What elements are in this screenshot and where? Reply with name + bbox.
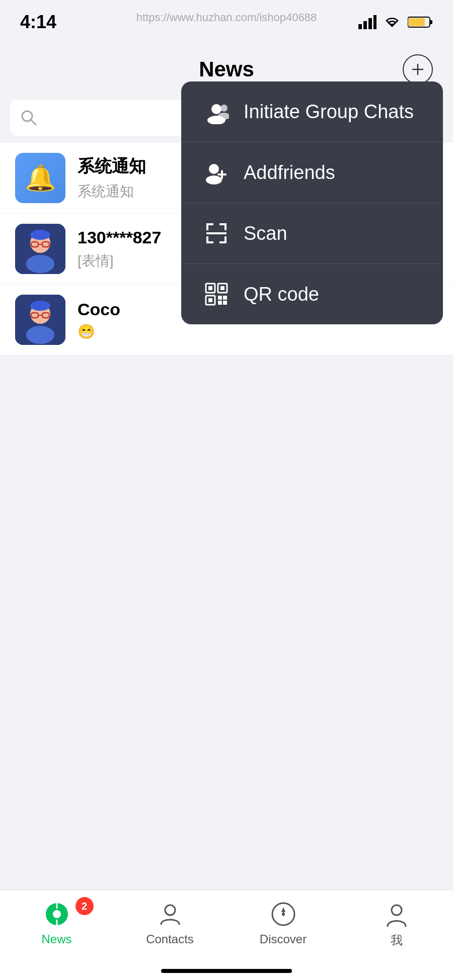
dropdown-overlay[interactable]: Initiate Group Chats Addfriends <box>0 0 453 980</box>
svg-point-27 <box>220 105 228 112</box>
menu-label-add-friends: Addfriends <box>244 162 335 184</box>
menu-item-add-friends[interactable]: Addfriends <box>181 142 443 203</box>
svg-rect-43 <box>208 286 212 290</box>
menu-item-scan[interactable]: Scan <box>181 203 443 264</box>
svg-rect-38 <box>206 236 208 243</box>
menu-item-group-chat[interactable]: Initiate Group Chats <box>181 81 443 142</box>
svg-rect-48 <box>218 296 222 300</box>
group-chat-icon <box>201 97 232 127</box>
svg-rect-45 <box>220 286 224 290</box>
svg-rect-36 <box>224 223 226 230</box>
scan-icon <box>201 218 232 248</box>
dropdown-menu: Initiate Group Chats Addfriends <box>181 81 443 324</box>
add-friends-icon <box>201 157 232 188</box>
svg-point-25 <box>211 104 221 114</box>
svg-rect-41 <box>206 232 226 234</box>
svg-point-29 <box>209 164 219 174</box>
svg-rect-40 <box>224 236 226 243</box>
svg-rect-47 <box>208 298 212 302</box>
svg-rect-34 <box>206 223 208 230</box>
svg-rect-49 <box>223 296 227 300</box>
menu-item-qr-code[interactable]: QR code <box>181 264 443 324</box>
svg-point-30 <box>206 175 222 185</box>
menu-label-scan: Scan <box>244 223 287 244</box>
menu-label-group-chat: Initiate Group Chats <box>244 101 414 123</box>
svg-rect-50 <box>218 301 222 305</box>
svg-rect-51 <box>223 301 227 305</box>
qr-code-icon <box>201 279 232 309</box>
menu-label-qr-code: QR code <box>244 284 319 305</box>
